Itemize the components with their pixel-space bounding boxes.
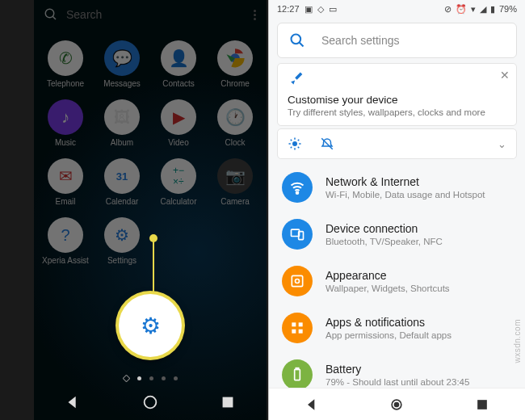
email-icon: ✉ (48, 158, 83, 194)
android-home-screen: Search ✆Telephone 💬Messages 👤Contacts Ch… (34, 0, 267, 420)
app-chrome[interactable]: Chrome (207, 37, 263, 91)
app-messages[interactable]: 💬Messages (94, 37, 150, 91)
home-page-indicator (122, 375, 130, 383)
app-telephone[interactable]: ✆Telephone (37, 37, 94, 91)
back-button[interactable] (64, 393, 82, 411)
row-network[interactable]: Network & InternetWi-Fi, Mobile, Data us… (269, 164, 522, 211)
app-calendar[interactable]: 31Calendar (94, 155, 150, 209)
brush-icon (288, 70, 304, 86)
svg-rect-18 (299, 330, 303, 334)
status-battery-icon: ▮ (490, 4, 495, 15)
app-camera[interactable]: 📷Camera (207, 155, 263, 209)
messages-icon: 💬 (104, 40, 140, 76)
svg-rect-5 (223, 397, 233, 408)
svg-point-4 (145, 397, 157, 409)
app-grid: ✆Telephone 💬Messages 👤Contacts Chrome ♪M… (34, 29, 267, 268)
row-appearance[interactable]: AppearanceWallpaper, Widgets, Shortcuts (269, 258, 522, 304)
svg-point-8 (292, 141, 297, 146)
app-video[interactable]: ▶Video (150, 96, 207, 150)
mute-icon[interactable] (320, 136, 334, 151)
appearance-icon (282, 266, 313, 296)
svg-line-1 (52, 16, 56, 19)
settings-search[interactable]: Search settings (277, 23, 517, 58)
wifi-icon (282, 172, 313, 203)
page-indicator (34, 376, 267, 381)
brightness-icon[interactable] (288, 136, 302, 151)
settings-icon: ⚙ (104, 217, 140, 253)
assist-icon: ? (48, 217, 83, 253)
row-apps[interactable]: Apps & notificationsApp permissions, Def… (269, 304, 522, 351)
home-button[interactable] (141, 393, 159, 411)
status-alarm-icon: ⏰ (456, 4, 467, 15)
album-icon: 🖼 (104, 99, 140, 135)
video-icon: ▶ (161, 99, 196, 135)
back-button[interactable] (304, 397, 320, 413)
svg-rect-17 (292, 330, 296, 334)
chrome-icon (217, 40, 253, 76)
row-device-connection[interactable]: Device connectionBluetooth, TV/Speaker, … (269, 211, 522, 258)
app-contacts[interactable]: 👤Contacts (150, 37, 207, 91)
close-icon[interactable]: ✕ (500, 69, 510, 82)
svg-rect-20 (296, 368, 298, 370)
svg-point-23 (395, 402, 399, 406)
search-icon (289, 32, 305, 48)
watermark: wxsdn.com (513, 319, 522, 363)
status-wifi-icon: ▾ (471, 4, 476, 15)
app-album[interactable]: 🖼Album (94, 96, 150, 150)
status-dnd-icon: ⊘ (444, 4, 452, 15)
card-subtitle: Try different styles, wallpapers, clocks… (288, 107, 506, 117)
settings-gear-icon: ⚙ (132, 307, 169, 344)
devices-icon (282, 219, 313, 250)
svg-point-14 (296, 279, 300, 284)
svg-rect-16 (299, 322, 303, 326)
calculator-icon: +−×÷ (161, 158, 196, 194)
home-button[interactable] (388, 397, 405, 413)
app-xperia-assist[interactable]: ?Xperia Assist (37, 214, 94, 268)
app-email[interactable]: ✉Email (37, 155, 94, 209)
status-bar: 12:27 ▣ ◇ ▭ ⊘ ⏰ ▾ ◢ ▮ 79% (269, 0, 525, 18)
customise-card[interactable]: ✕ Customise your device Try different st… (277, 63, 517, 126)
status-app-icon: ▭ (329, 4, 337, 15)
android-settings-screen: 12:27 ▣ ◇ ▭ ⊘ ⏰ ▾ ◢ ▮ 79% Search setting… (268, 0, 525, 420)
battery-icon (282, 359, 313, 390)
quick-settings-row[interactable]: ⌄ (277, 128, 517, 159)
telephone-icon: ✆ (48, 40, 83, 76)
svg-point-0 (45, 9, 54, 18)
clock-icon: 🕐 (217, 99, 253, 135)
android-navbar (34, 388, 267, 417)
svg-line-7 (300, 43, 304, 47)
search-icon (44, 7, 58, 22)
app-music[interactable]: ♪Music (37, 96, 94, 150)
apps-icon (282, 313, 313, 343)
app-clock[interactable]: 🕐Clock (207, 96, 263, 150)
recent-button[interactable] (219, 393, 237, 411)
music-icon: ♪ (48, 99, 83, 135)
app-calculator[interactable]: +−×÷Calculator (150, 155, 207, 209)
chevron-down-icon[interactable]: ⌄ (498, 138, 506, 150)
app-search-bar[interactable]: Search (34, 0, 267, 29)
settings-list: Network & InternetWi-Fi, Mobile, Data us… (269, 164, 522, 420)
svg-point-6 (292, 35, 301, 44)
status-save-icon: ▣ (304, 4, 313, 15)
status-signal-icon: ◢ (480, 4, 486, 15)
status-battery-pct: 79% (499, 4, 517, 14)
settings-highlight: ⚙ (119, 294, 182, 357)
settings-search-placeholder: Search settings (321, 34, 400, 47)
app-settings[interactable]: ⚙Settings (94, 214, 150, 268)
svg-rect-24 (477, 400, 487, 410)
calendar-icon: 31 (104, 158, 140, 194)
card-title: Customise your device (288, 94, 506, 106)
camera-icon: 📷 (217, 158, 253, 194)
svg-rect-19 (295, 369, 300, 380)
status-notif-icon: ◇ (317, 4, 324, 15)
android-navbar (269, 388, 525, 420)
contacts-icon: 👤 (161, 40, 196, 76)
status-time: 12:27 (277, 4, 300, 14)
svg-rect-15 (292, 322, 296, 326)
svg-point-10 (296, 191, 299, 194)
app-search-placeholder: Search (66, 8, 254, 21)
overflow-menu-icon[interactable] (254, 10, 257, 20)
recent-button[interactable] (474, 397, 490, 413)
svg-rect-13 (292, 275, 302, 286)
